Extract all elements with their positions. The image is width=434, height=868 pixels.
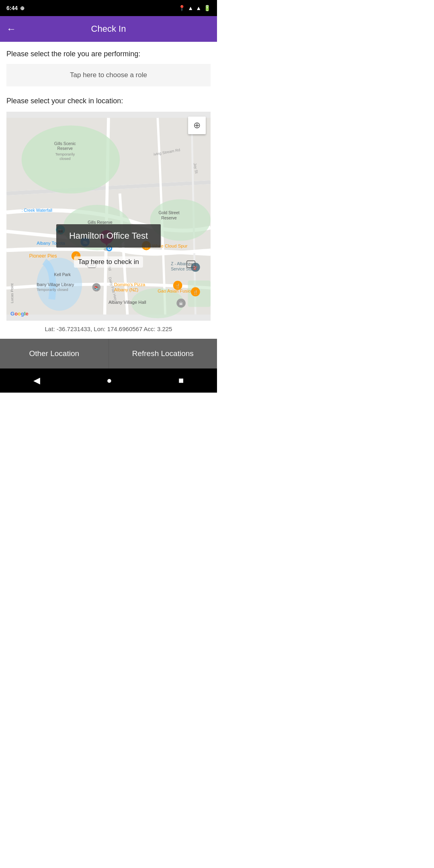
role-section-label: Please select the role you are performin… [6,50,211,58]
svg-text:closed: closed [59,156,70,161]
svg-text:🍴: 🍴 [193,290,198,295]
content-area: Please select the role you are performin… [0,42,217,339]
nav-home-button[interactable]: ● [106,375,112,386]
tap-checkin-label[interactable]: Tap here to check in [74,256,143,268]
svg-text:Kell Park: Kell Park [54,272,71,277]
map-svg: Gills Scenic Reserve Temporarily closed … [6,112,211,321]
page-title: Check In [91,24,126,34]
nav-back-button[interactable]: ◀ [33,375,40,386]
other-location-button[interactable]: Other Location [0,339,109,368]
svg-text:🍴: 🍴 [175,283,180,289]
svg-text:lbany Village Library: lbany Village Library [37,283,74,287]
nav-recents-button[interactable]: ■ [178,375,184,386]
svg-text:29: 29 [189,262,193,266]
svg-text:Reserve: Reserve [161,216,177,220]
target-icon: ⊕ [193,120,201,131]
svg-text:📚: 📚 [94,286,99,291]
svg-text:Pioneer Pies: Pioneer Pies [29,253,57,259]
header: ← Check In [0,16,217,42]
notification-icon: ⊕ [20,5,25,11]
wifi-icon: ▲ [188,5,193,11]
nav-bar: ◀ ● ■ [0,368,217,393]
status-bar: 6:44 ⊕ 📍 ▲ ▲ 🔋 [0,0,217,16]
google-logo: Google [10,311,29,317]
svg-text:Albany (NZ): Albany (NZ) [114,287,138,292]
battery-icon: 🔋 [204,5,211,11]
svg-text:Gills Scenic: Gills Scenic [54,141,76,146]
location-section-label: Please select your check in location: [6,97,211,105]
svg-text:Lucas Point: Lucas Point [10,283,14,303]
svg-text:Temporarily closed: Temporarily closed [37,287,68,292]
refresh-locations-button[interactable]: Refresh Locations [109,339,217,368]
map-container[interactable]: Gills Scenic Reserve Temporarily closed … [6,112,211,321]
svg-point-62 [108,248,110,249]
svg-text:Reserve: Reserve [57,146,73,151]
back-button[interactable]: ← [6,23,16,35]
location-target-button[interactable]: ⊕ [188,117,206,134]
time-display: 6:44 [6,5,18,11]
svg-point-3 [22,125,120,193]
svg-text:Temporarily: Temporarily [55,152,75,156]
bottom-buttons: Other Location Refresh Locations [0,339,217,368]
svg-text:Gold Street: Gold Street [158,211,179,215]
svg-text:: Creek Waterfall: : Creek Waterfall [22,208,53,213]
status-left: 6:44 ⊕ [6,5,25,11]
location-popup[interactable]: Hamilton Office Test [56,224,161,248]
svg-text:Albany Village Hall: Albany Village Hall [108,300,146,305]
signal-icon: ▲ [196,5,201,11]
location-icon: 📍 [178,5,185,11]
svg-text:🏛: 🏛 [179,301,183,306]
coordinates-display: Lat: -36.7231433, Lon: 174.6960567 Acc: … [6,321,211,339]
location-popup-text: Hamilton Office Test [69,231,148,241]
role-select-box[interactable]: Tap here to choose a role [6,64,211,86]
svg-text:Domino's Pizza: Domino's Pizza [114,282,145,287]
svg-text:Gao Asian Fusion: Gao Asian Fusion [158,289,193,293]
status-right: 📍 ▲ ▲ 🔋 [178,5,211,11]
